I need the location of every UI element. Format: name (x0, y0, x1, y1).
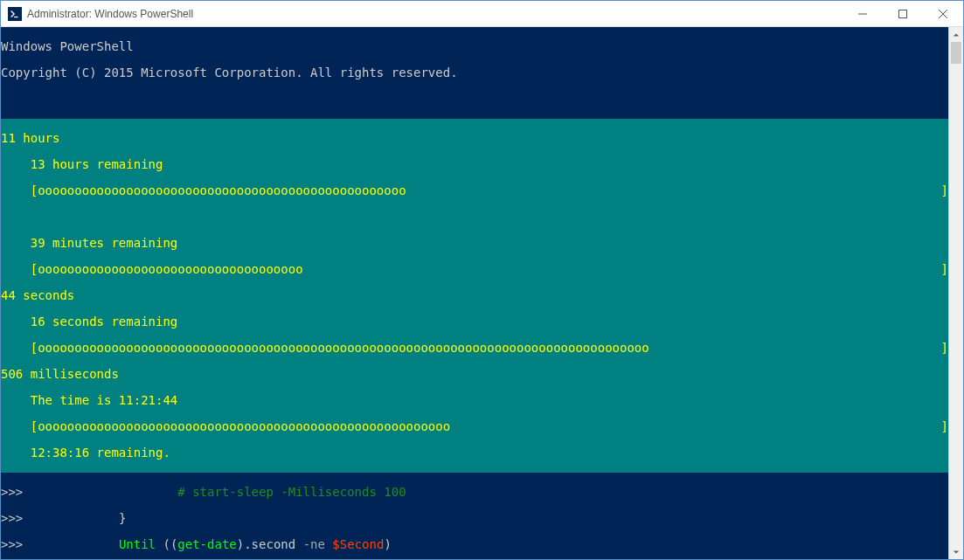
progress-bar-end: ] (941, 420, 948, 433)
cmdlet: get-date (177, 537, 236, 551)
progress-bar: [ooooooooooooooooooooooooooooooooooooooo… (1, 342, 948, 355)
code-line: >>> Until ((get-date).second -ne $Second… (1, 538, 948, 551)
close-button[interactable] (923, 1, 963, 26)
operator: -ne (303, 537, 325, 551)
progress-status: 39 minutes remaining (1, 237, 948, 250)
window-title: Administrator: Windows PowerShell (27, 8, 843, 20)
prompt: >>> (1, 511, 31, 525)
progress-bar: [oooooooooooooooooooooooooooooooooooo] (1, 263, 948, 276)
progress-bar-end: ] (941, 263, 948, 276)
brace: } (119, 511, 126, 525)
indent (31, 511, 119, 525)
console-area: Windows PowerShell Copyright (C) 2015 Mi… (1, 27, 963, 559)
progress-status: 13 hours remaining (1, 158, 948, 171)
progress-title: 11 hours (1, 132, 948, 145)
code-line: >>> } (1, 512, 948, 525)
vertical-scrollbar[interactable] (948, 27, 963, 559)
indent (31, 485, 178, 499)
scroll-up-arrow-icon[interactable] (949, 27, 963, 42)
progress-remaining: 12:38:16 remaining. (1, 446, 948, 460)
progress-status: The time is 11:21:44 (1, 394, 948, 407)
progress-title: 506 milliseconds (1, 368, 948, 381)
progress-bar-fill: [oooooooooooooooooooooooooooooooooooo (1, 263, 303, 276)
progress-bar-fill: [ooooooooooooooooooooooooooooooooooooooo… (1, 184, 406, 197)
window-titlebar: Administrator: Windows PowerShell (1, 1, 963, 27)
prompt: >>> (1, 537, 31, 551)
maximize-button[interactable] (883, 1, 923, 26)
powershell-icon (8, 7, 22, 21)
terminal-output[interactable]: Windows PowerShell Copyright (C) 2015 Mi… (1, 27, 948, 559)
paren: (( (156, 537, 177, 551)
progress-bar: [ooooooooooooooooooooooooooooooooooooooo… (1, 184, 948, 197)
progress-bar: [ooooooooooooooooooooooooooooooooooooooo… (1, 420, 948, 433)
minimize-button[interactable] (843, 1, 883, 26)
keyword: Until (119, 537, 156, 551)
code-line: >>> # start-sleep -Milliseconds 100 (1, 486, 948, 499)
progress-bar-end: ] (941, 184, 948, 197)
window-controls (843, 1, 963, 26)
copyright-line: Copyright (C) 2015 Microsoft Corporation… (1, 66, 948, 80)
comment: # start-sleep -Milliseconds 100 (177, 485, 406, 499)
scroll-thumb[interactable] (951, 42, 961, 64)
header-line: Windows PowerShell (1, 40, 948, 53)
indent (31, 537, 119, 551)
svg-rect-3 (899, 10, 907, 17)
blank-line (1, 93, 948, 106)
progress-status: 16 seconds remaining (1, 315, 948, 328)
paren: ) (384, 537, 391, 551)
member: ).second (237, 537, 303, 551)
progress-block: 11 hours 13 hours remaining [ooooooooooo… (1, 119, 948, 473)
progress-bar-end: ] (941, 342, 948, 355)
progress-bar-fill: [ooooooooooooooooooooooooooooooooooooooo… (1, 342, 649, 355)
blank-line (1, 211, 948, 224)
prompt: >>> (1, 485, 31, 499)
progress-bar-fill: [ooooooooooooooooooooooooooooooooooooooo… (1, 420, 450, 433)
variable: $Second (332, 537, 384, 551)
scroll-down-arrow-icon[interactable] (949, 544, 963, 559)
progress-title: 44 seconds (1, 289, 948, 302)
